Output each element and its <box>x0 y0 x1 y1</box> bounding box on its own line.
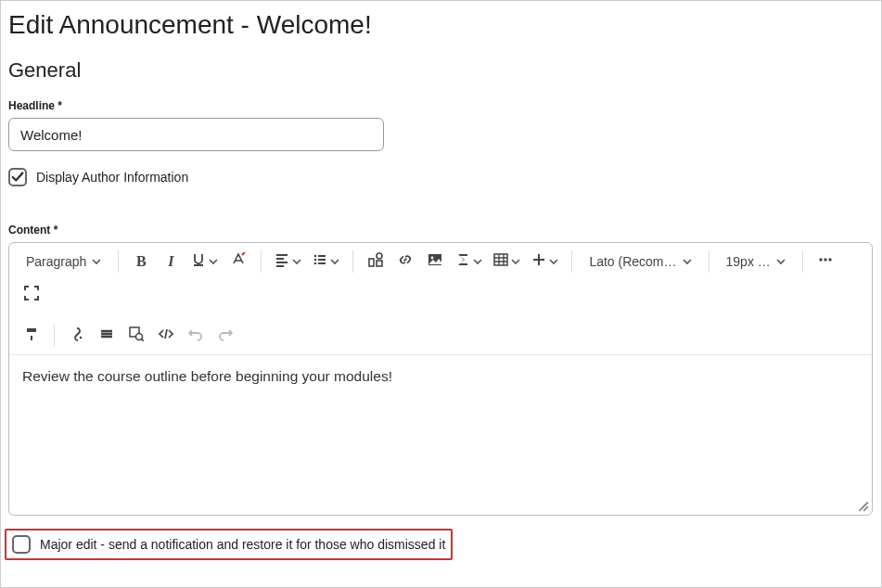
major-edit-row: Major edit - send a notification and res… <box>5 529 453 560</box>
font-size-label: 19px … <box>726 254 771 269</box>
clear-format-button[interactable] <box>64 323 90 349</box>
editor-toolbar: Paragraph B I <box>9 243 872 355</box>
toolbar-separator <box>118 250 119 273</box>
undo-icon <box>188 326 203 345</box>
toolbar-separator <box>352 250 353 273</box>
svg-point-4 <box>377 253 382 259</box>
align-button[interactable] <box>271 249 305 275</box>
fullscreen-button[interactable] <box>19 282 45 308</box>
chevron-down-icon <box>683 254 692 269</box>
svg-rect-5 <box>377 261 382 266</box>
hr-button[interactable] <box>94 323 120 349</box>
image-icon <box>428 252 442 271</box>
list-icon <box>313 252 327 271</box>
display-author-row: Display Author Information <box>8 168 881 186</box>
svg-rect-3 <box>369 259 374 266</box>
toolbar-separator <box>709 250 709 273</box>
chevron-down-icon <box>776 254 786 269</box>
ai-check-icon <box>129 326 144 345</box>
insert-image-button[interactable] <box>422 249 448 275</box>
plus-icon <box>531 252 546 271</box>
text-color-button[interactable] <box>225 249 251 275</box>
clear-format-icon <box>70 326 84 345</box>
bold-icon: B <box>136 253 147 270</box>
major-edit-checkbox[interactable] <box>12 535 31 554</box>
insert-link-button[interactable] <box>392 249 418 275</box>
list-button[interactable] <box>309 249 343 275</box>
chevron-down-icon <box>511 253 520 270</box>
svg-point-9 <box>819 258 822 261</box>
fullscreen-icon <box>24 286 39 304</box>
redo-button[interactable] <box>212 323 238 349</box>
paragraph-format-label: Paragraph <box>26 254 86 269</box>
toolbar-separator <box>802 250 803 273</box>
toolbar-separator <box>571 250 572 273</box>
sigma-icon <box>455 252 470 271</box>
chevron-down-icon <box>292 253 301 270</box>
page-title: Edit Announcement - Welcome! <box>8 10 881 40</box>
insert-stuff-button[interactable] <box>363 249 389 275</box>
major-edit-label: Major edit - send a notification and res… <box>40 537 445 552</box>
underline-icon <box>191 252 206 271</box>
table-icon <box>493 252 508 271</box>
undo-button[interactable] <box>183 323 209 349</box>
italic-icon: I <box>168 253 173 270</box>
section-general-heading: General <box>8 58 881 83</box>
svg-point-14 <box>136 334 143 340</box>
font-family-label: Lato (Recom… <box>589 254 676 269</box>
svg-point-2 <box>314 262 317 265</box>
code-icon <box>159 326 173 345</box>
more-actions-button[interactable] <box>812 249 838 275</box>
underline-button[interactable] <box>187 249 222 275</box>
editor-content-area[interactable]: Review the course outline before beginni… <box>9 355 872 515</box>
svg-point-12 <box>80 337 83 339</box>
chevron-down-icon <box>549 253 558 270</box>
chevron-down-icon <box>209 253 218 270</box>
font-size-dropdown[interactable]: 19px … <box>719 249 793 275</box>
svg-point-7 <box>431 257 434 260</box>
svg-rect-8 <box>494 254 507 265</box>
table-button[interactable] <box>490 249 524 275</box>
headline-input[interactable] <box>8 118 384 151</box>
format-painter-icon <box>24 326 39 345</box>
rich-text-editor: Paragraph B I <box>8 242 873 516</box>
bold-button[interactable]: B <box>128 249 154 275</box>
svg-point-1 <box>314 259 317 262</box>
toolbar-separator <box>54 325 55 347</box>
headline-label: Headline * <box>8 99 881 112</box>
display-author-label: Display Author Information <box>36 170 188 185</box>
italic-button[interactable]: I <box>158 249 184 275</box>
align-icon <box>275 252 289 271</box>
chevron-down-icon <box>473 253 482 270</box>
redo-icon <box>218 326 233 345</box>
chevron-down-icon <box>330 253 339 270</box>
insert-stuff-icon <box>368 252 383 271</box>
resize-handle[interactable] <box>856 499 869 512</box>
chevron-down-icon <box>92 254 101 269</box>
content-label: Content * <box>8 224 881 236</box>
font-family-dropdown[interactable]: Lato (Recom… <box>582 249 698 275</box>
insert-more-button[interactable] <box>528 249 562 275</box>
svg-point-0 <box>314 255 317 258</box>
format-painter-button[interactable] <box>19 323 45 349</box>
text-color-icon <box>231 252 246 271</box>
paragraph-format-dropdown[interactable]: Paragraph <box>19 249 109 275</box>
ellipsis-icon <box>818 252 833 271</box>
hr-icon <box>99 326 114 345</box>
display-author-checkbox[interactable] <box>8 168 27 186</box>
svg-point-11 <box>828 258 831 261</box>
toolbar-separator <box>261 250 262 273</box>
ai-check-button[interactable] <box>123 323 149 349</box>
svg-point-10 <box>824 258 826 261</box>
link-icon <box>398 252 413 271</box>
source-code-button[interactable] <box>153 323 179 349</box>
equation-button[interactable] <box>452 249 486 275</box>
